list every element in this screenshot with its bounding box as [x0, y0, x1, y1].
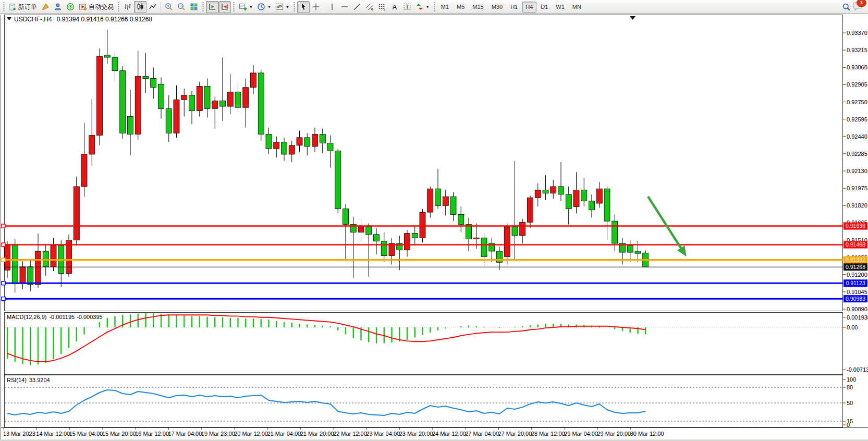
toolbar-grip: [202, 2, 204, 12]
svg-text:0: 0: [847, 422, 850, 427]
bar-chart-icon: [124, 3, 132, 11]
svg-text:0.91045: 0.91045: [847, 289, 867, 295]
svg-text:T: T: [406, 4, 409, 10]
vertical-line-button[interactable]: [326, 1, 338, 13]
dropdown-caret-icon: ▼: [286, 5, 289, 9]
text-label-button[interactable]: T: [401, 1, 413, 13]
templates-button[interactable]: ▼: [273, 1, 291, 13]
dropdown-caret-icon: ▼: [267, 5, 271, 9]
svg-text:30 Mar 12:00: 30 Mar 12:00: [630, 431, 664, 437]
timeframe-button-D1[interactable]: D1: [537, 2, 552, 13]
shapes-button[interactable]: ▼: [413, 1, 432, 13]
periods-button[interactable]: ▼: [255, 1, 273, 13]
horizontal-line-icon: [340, 3, 349, 11]
svg-text:20 Mar 12:00: 20 Mar 12:00: [234, 431, 268, 437]
rsi-axis: 1008050150: [843, 376, 857, 427]
timeframe-button-M1[interactable]: M1: [437, 2, 453, 13]
new-order-icon: [9, 3, 17, 11]
timeframe-button-H4[interactable]: H4: [522, 2, 536, 13]
timeframe-button-M15[interactable]: M15: [469, 2, 487, 13]
trendline-icon: [353, 3, 361, 11]
crosshair-button[interactable]: [310, 1, 322, 13]
svg-text:0.92440: 0.92440: [847, 133, 867, 140]
macd-axis: 0.0019380.00-0.007132: [843, 314, 868, 373]
svg-text:0.92750: 0.92750: [847, 99, 867, 105]
auto-scroll-button[interactable]: [206, 1, 218, 13]
svg-text:0.00: 0.00: [847, 324, 858, 330]
svg-text:0.92285: 0.92285: [847, 151, 867, 157]
search-button[interactable]: [840, 1, 853, 13]
svg-text:0.91820: 0.91820: [847, 202, 867, 209]
add-indicator-icon: [239, 3, 247, 11]
svg-text:23 Mar 20:00: 23 Mar 20:00: [399, 431, 433, 437]
cursor-button[interactable]: [297, 1, 310, 13]
market-watch-button[interactable]: [52, 1, 64, 13]
vertical-line-icon: [328, 3, 336, 11]
macd-panel[interactable]: 0.0019380.00-0.007132 MACD(12,26,9)-0.00…: [0, 311, 868, 375]
fibonacci-icon: F: [378, 3, 386, 11]
rsi-panel[interactable]: 1008050150 RSI(14)33.9204: [0, 375, 868, 427]
auto-trading-label: 自动交易: [89, 3, 114, 11]
timeframe-button-MN[interactable]: MN: [569, 2, 585, 13]
svg-text:0.91200: 0.91200: [847, 272, 867, 278]
channel-button[interactable]: E: [363, 1, 376, 13]
template-icon: [275, 3, 284, 11]
svg-text:A: A: [393, 4, 397, 11]
timeframe-button-M30[interactable]: M30: [488, 2, 506, 13]
notification-badge: 1: [857, 0, 866, 7]
svg-text:15 Mar 20:00: 15 Mar 20:00: [102, 431, 136, 437]
timeframe-group: M1M5M15M30H1H4D1W1MN: [437, 2, 585, 13]
dropdown-caret-icon: ▼: [249, 5, 253, 9]
auto-trading-icon: [79, 3, 87, 11]
text-icon: A: [390, 3, 399, 11]
tile-windows-button[interactable]: [188, 1, 200, 13]
fibonacci-button[interactable]: F: [376, 1, 388, 13]
radar-icon: [66, 3, 75, 11]
arrow-shapes-icon: [415, 3, 424, 11]
macd-label: MACD(12,26,9)-0.001195-0.000395: [7, 314, 103, 320]
search-icon: [842, 3, 851, 11]
svg-text:29 Mar 04:00: 29 Mar 04:00: [564, 431, 598, 437]
auto-trading-button[interactable]: 自动交易: [77, 1, 116, 13]
svg-text:0.90890: 0.90890: [847, 306, 867, 311]
candlestick-chart-button[interactable]: [134, 1, 146, 13]
timeframe-button-M5[interactable]: M5: [453, 2, 468, 13]
svg-text:27 Mar 20:00: 27 Mar 20:00: [498, 431, 532, 437]
svg-text:19 Mar 23:00: 19 Mar 23:00: [201, 431, 235, 437]
zoom-in-button[interactable]: [163, 1, 175, 13]
text-label-icon: T: [403, 3, 411, 11]
signals-button[interactable]: [64, 1, 77, 13]
svg-text:14 Mar 12:00: 14 Mar 12:00: [36, 431, 70, 437]
svg-text:15 Mar 04:00: 15 Mar 04:00: [69, 431, 103, 437]
svg-text:0.92595: 0.92595: [847, 116, 867, 123]
svg-text:0.91636: 0.91636: [846, 223, 865, 229]
bar-chart-button[interactable]: [121, 1, 134, 13]
chart-profile-button[interactable]: [39, 1, 52, 13]
text-button[interactable]: A: [388, 1, 401, 13]
line-chart-button[interactable]: [146, 1, 159, 13]
notifications-button[interactable]: 1: [853, 2, 863, 13]
svg-text:27 Mar 04:00: 27 Mar 04:00: [465, 431, 499, 437]
main-chart[interactable]: 0.933700.932150.930600.929050.927500.925…: [0, 15, 868, 311]
svg-text:0.93370: 0.93370: [847, 30, 867, 36]
svg-text:-0.007132: -0.007132: [847, 366, 868, 373]
dropdown-caret-icon: ▼: [426, 5, 430, 9]
svg-text:13 Mar 2023: 13 Mar 2023: [3, 431, 35, 437]
zoom-out-button[interactable]: [175, 1, 188, 13]
new-order-button[interactable]: 新订单: [7, 1, 39, 13]
svg-text:0.92130: 0.92130: [847, 168, 867, 174]
indicators-button[interactable]: ▼: [237, 1, 255, 13]
svg-text:0.91975: 0.91975: [847, 185, 867, 191]
svg-text:29 Mar 20:00: 29 Mar 20:00: [597, 431, 631, 437]
toolbar-grip: [293, 2, 296, 12]
clock-icon: [257, 3, 265, 11]
svg-text:21 Mar 20:00: 21 Mar 20:00: [300, 431, 334, 437]
window-edge: [0, 15, 1, 441]
person-icon: [54, 3, 62, 11]
timeframe-button-W1[interactable]: W1: [552, 2, 568, 13]
trendline-button[interactable]: [351, 1, 363, 13]
crosshair-icon: [312, 3, 320, 11]
horizontal-line-button[interactable]: [338, 1, 351, 13]
chart-shift-button[interactable]: [218, 1, 231, 13]
timeframe-button-H1[interactable]: H1: [507, 2, 521, 13]
